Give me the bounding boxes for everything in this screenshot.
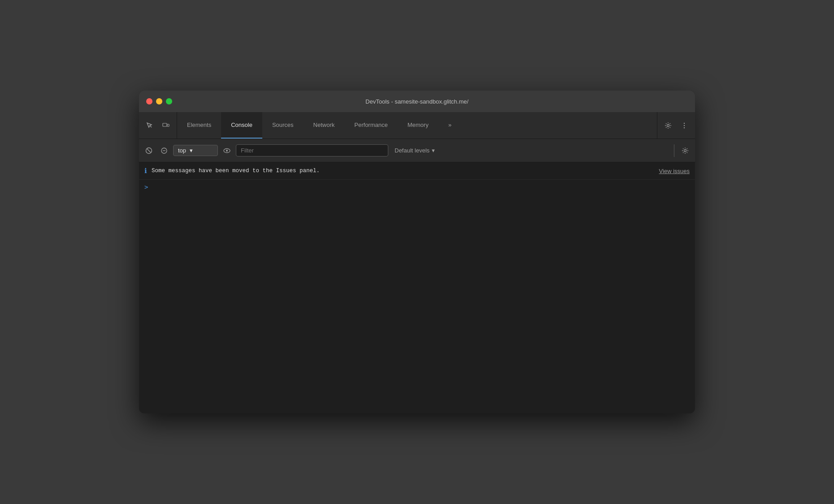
minimize-button[interactable] — [156, 98, 162, 104]
close-button[interactable] — [146, 98, 152, 104]
clear-console-icon[interactable] — [143, 144, 155, 157]
info-icon: ℹ — [144, 167, 147, 175]
svg-point-4 — [684, 125, 685, 126]
tab-memory[interactable]: Memory — [398, 112, 439, 139]
console-prompt-row: > — [139, 180, 695, 194]
tab-console[interactable]: Console — [221, 112, 262, 139]
tab-bar-right-icons — [657, 112, 695, 139]
settings-icon[interactable] — [662, 119, 674, 132]
console-toolbar: top ▾ Default levels ▾ — [139, 139, 695, 162]
svg-rect-0 — [163, 123, 167, 126]
tab-network[interactable]: Network — [304, 112, 345, 139]
maximize-button[interactable] — [166, 98, 172, 104]
console-message-row: ℹ Some messages have been moved to the I… — [139, 162, 695, 180]
tab-performance[interactable]: Performance — [344, 112, 397, 139]
tabs-list: Elements Console Sources Network Perform… — [177, 112, 657, 139]
console-message-text: Some messages have been moved to the Iss… — [152, 168, 655, 174]
title-bar: DevTools - samesite-sandbox.glitch.me/ — [139, 91, 695, 112]
tab-sources[interactable]: Sources — [262, 112, 304, 139]
live-expressions-icon[interactable] — [221, 144, 233, 157]
tab-elements[interactable]: Elements — [177, 112, 221, 139]
svg-point-2 — [667, 124, 669, 126]
device-toolbar-icon[interactable] — [160, 119, 172, 132]
devtools-body: Elements Console Sources Network Perform… — [139, 112, 695, 413]
tab-more[interactable]: » — [439, 112, 461, 139]
tab-bar-left-icons — [139, 112, 177, 139]
toolbar-divider — [674, 144, 674, 157]
window-title: DevTools - samesite-sandbox.glitch.me/ — [365, 98, 469, 105]
default-levels-button[interactable]: Default levels ▾ — [391, 145, 439, 156]
levels-label: Default levels — [395, 147, 430, 154]
console-area[interactable]: ℹ Some messages have been moved to the I… — [139, 162, 695, 413]
more-options-icon[interactable] — [678, 119, 691, 132]
devtools-window: DevTools - samesite-sandbox.glitch.me/ — [139, 91, 695, 413]
levels-arrow: ▾ — [432, 147, 435, 154]
view-issues-link[interactable]: View issues — [659, 168, 690, 174]
tab-bar: Elements Console Sources Network Perform… — [139, 112, 695, 139]
context-arrow: ▾ — [190, 147, 193, 154]
svg-point-3 — [684, 122, 685, 123]
svg-rect-1 — [167, 124, 169, 126]
svg-point-11 — [226, 150, 228, 152]
inspect-element-icon[interactable] — [143, 119, 156, 132]
context-value: top — [178, 147, 186, 154]
svg-point-5 — [684, 127, 685, 128]
context-selector[interactable]: top ▾ — [173, 145, 218, 156]
console-input[interactable] — [152, 184, 690, 190]
prompt-chevron: > — [144, 183, 148, 191]
filter-input[interactable] — [236, 144, 388, 156]
console-settings-icon[interactable] — [679, 144, 691, 157]
hide-network-icon[interactable] — [158, 144, 170, 157]
traffic-lights — [146, 98, 172, 104]
svg-point-12 — [684, 149, 686, 152]
svg-line-7 — [147, 149, 151, 152]
